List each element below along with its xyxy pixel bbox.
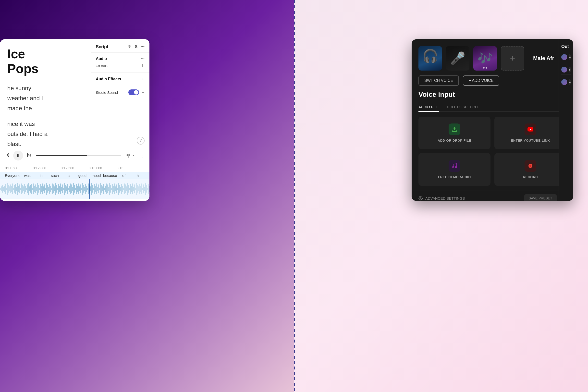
svg-rect-130 — [121, 184, 122, 194]
voice-thumb-3[interactable] — [473, 46, 497, 70]
left-panel: Ice Pops he sunny weather and I made the… — [0, 39, 150, 201]
svg-rect-109 — [100, 183, 101, 195]
svg-rect-29 — [20, 188, 21, 190]
svg-rect-144 — [135, 188, 136, 190]
tab-audio-file[interactable]: AUDIO FILE — [418, 102, 439, 112]
svg-rect-76 — [68, 184, 68, 194]
add-drop-file-card[interactable]: ADD OR DROP FILE — [418, 116, 490, 149]
svg-rect-125 — [116, 184, 116, 193]
svg-rect-119 — [110, 185, 110, 192]
svg-rect-152 — [143, 184, 144, 193]
youtube-link-card[interactable]: ENTER YOUTUBE LINK — [494, 116, 566, 149]
svg-rect-158 — [149, 186, 150, 192]
svg-marker-2 — [141, 64, 142, 66]
svg-rect-132 — [123, 188, 124, 190]
studio-sound-toggle[interactable] — [128, 90, 139, 95]
s-label: S — [135, 44, 138, 49]
svg-rect-128 — [119, 185, 120, 192]
volume-icon[interactable] — [128, 44, 132, 50]
audio-volume-row: +0.0dB — [96, 64, 144, 68]
advanced-settings-bar: ADVANCED SETTINGS SAVE PRESET + — [412, 190, 573, 201]
voice-thumb-2[interactable] — [446, 46, 470, 70]
voice-thumbnails: + Male Afr — [412, 39, 573, 76]
export-button[interactable] — [126, 153, 135, 158]
svg-rect-94 — [85, 184, 86, 194]
output-avatar-1 — [561, 54, 567, 60]
word-7: mood — [90, 174, 103, 178]
svg-rect-21 — [12, 184, 13, 194]
voice-thumb-add[interactable]: + — [501, 46, 524, 70]
svg-rect-154 — [145, 183, 146, 195]
svg-rect-72 — [63, 188, 64, 190]
svg-rect-73 — [64, 183, 65, 195]
svg-rect-18 — [10, 186, 10, 191]
more-icon[interactable]: ••• — [140, 44, 144, 49]
svg-rect-155 — [146, 185, 146, 192]
save-preset-button[interactable]: SAVE PRESET — [524, 194, 557, 201]
output-play-1[interactable]: ▶ — [569, 54, 571, 60]
demo-audio-card[interactable]: FREE DEMO AUDIO — [418, 153, 490, 186]
waveform — [0, 179, 150, 199]
sidebar-tab-label: Script — [96, 44, 108, 50]
timeline-words: Everyone was in such a good mood because… — [0, 172, 150, 179]
timestamp-3: 0:12.500 — [61, 166, 89, 170]
svg-rect-145 — [136, 183, 136, 195]
svg-rect-56 — [47, 185, 48, 192]
svg-rect-60 — [51, 188, 52, 190]
voice-input-title: Voice input — [418, 91, 566, 98]
youtube-icon — [524, 124, 536, 135]
demo-audio-icon — [448, 160, 460, 172]
progress-bar[interactable] — [36, 155, 121, 156]
svg-rect-31 — [22, 185, 23, 192]
svg-marker-1 — [128, 45, 130, 48]
svg-rect-90 — [81, 188, 82, 190]
svg-rect-78 — [69, 186, 70, 192]
switch-voice-button[interactable]: SWITCH VOICE — [418, 76, 459, 86]
svg-rect-42 — [33, 184, 34, 194]
output-avatar-3 — [561, 79, 567, 85]
svg-rect-11 — [2, 185, 3, 192]
advanced-settings-toggle[interactable]: ADVANCED SETTINGS — [418, 196, 465, 200]
script-body: he sunny weather and I made the nice it … — [7, 83, 49, 147]
svg-rect-104 — [95, 186, 96, 192]
output-play-3[interactable]: ▶ — [569, 79, 571, 85]
word-3: in — [34, 174, 48, 178]
add-audio-effect-icon[interactable]: + — [141, 76, 144, 82]
help-button[interactable]: ? — [137, 137, 144, 144]
svg-rect-85 — [76, 184, 77, 194]
add-voice-button[interactable]: + ADD VOICE — [463, 76, 499, 86]
svg-rect-65 — [56, 185, 57, 192]
svg-rect-68 — [59, 186, 60, 192]
svg-rect-105 — [96, 184, 96, 194]
timeline: ⋮ 0:11.500 0:12.000 0:12.500 0:13.000 0:… — [0, 147, 150, 201]
svg-rect-41 — [32, 188, 33, 190]
svg-rect-57 — [48, 187, 49, 191]
record-card[interactable]: RECORD — [494, 153, 566, 186]
svg-rect-12 — [4, 187, 4, 191]
skip-back-button[interactable] — [5, 153, 10, 159]
svg-rect-39 — [30, 185, 31, 192]
voice-thumb-1[interactable] — [418, 46, 442, 70]
tab-text-to-speech[interactable]: TEXT TO SPEECH — [446, 102, 478, 112]
svg-rect-134 — [125, 184, 126, 193]
dot-1 — [483, 67, 484, 68]
timeline-more-icon[interactable]: ⋮ — [140, 153, 144, 158]
audio-effects-label: Audio Effects — [96, 77, 121, 81]
output-play-2[interactable]: ▶ — [569, 67, 571, 72]
svg-rect-127 — [118, 183, 118, 195]
svg-rect-82 — [73, 183, 74, 195]
studio-sound-label: Studio Sound — [96, 90, 118, 94]
add-file-icon — [448, 124, 460, 135]
studio-sound-minus-icon[interactable]: − — [142, 90, 144, 95]
svg-rect-99 — [90, 186, 91, 191]
output-item-1: ▶ — [561, 52, 571, 62]
pause-button[interactable] — [13, 151, 23, 160]
svg-rect-24 — [16, 184, 16, 194]
audio-more-icon[interactable]: ••• — [141, 57, 144, 61]
svg-rect-117 — [108, 187, 108, 191]
voice-action-buttons: SWITCH VOICE + ADD VOICE — [412, 76, 573, 91]
skip-forward-button[interactable] — [26, 153, 31, 159]
svg-rect-51 — [42, 184, 43, 194]
output-panel-partial: Out ▶ ▶ ▶ — [558, 39, 573, 201]
script-para-1: he sunny weather and I made the — [7, 83, 49, 113]
